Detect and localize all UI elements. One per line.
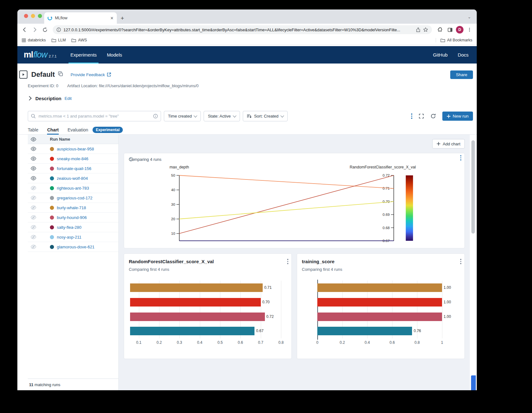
mlflow-favicon-icon [47, 15, 52, 21]
more-options-icon[interactable] [411, 113, 412, 119]
search-icon [31, 114, 36, 118]
visibility-off-icon[interactable] [28, 225, 50, 229]
site-info-icon[interactable] [57, 27, 61, 32]
bar-fortunate-quail-156 [130, 313, 265, 321]
run-name-link[interactable]: righteous-ant-783 [57, 186, 89, 191]
matching-runs-count: 11 [29, 382, 33, 387]
run-search-box[interactable] [28, 111, 161, 121]
chart-menu-icon[interactable] [460, 155, 462, 161]
state-label: State: Active [208, 114, 230, 118]
run-name-link[interactable]: glamorous-dove-621 [57, 245, 94, 249]
run-name-link[interactable]: fortunate-quail-156 [57, 166, 91, 171]
visibility-on-icon[interactable] [28, 166, 50, 171]
search-info-icon[interactable] [153, 114, 158, 118]
url-text: 127.0.0.1:5000/#/experiments/0?searchFil… [63, 27, 413, 32]
nav-docs[interactable]: Docs [454, 46, 472, 64]
expand-description-icon[interactable] [27, 96, 32, 100]
bar-sneaky-mole-846 [130, 298, 261, 307]
gridline [281, 281, 281, 338]
mlflow-logo[interactable]: ml flow 2.7.1 [24, 50, 57, 60]
run-name-link[interactable]: burly-whale-718 [57, 205, 86, 210]
bookmark-databricks[interactable]: databricks [22, 38, 46, 42]
time-created-dropdown[interactable]: Time created [164, 111, 201, 121]
side-panel-icon[interactable] [446, 26, 454, 34]
run-name-link[interactable]: burly-hound-906 [57, 215, 87, 220]
run-name-link[interactable]: zealous-wolf-804 [57, 176, 88, 181]
minimize-window-button[interactable] [31, 14, 35, 18]
url-bar[interactable]: 127.0.0.1:5000/#/experiments/0?searchFil… [53, 25, 432, 34]
reload-icon[interactable] [41, 26, 49, 34]
expand-sidebar-icon[interactable] [19, 70, 27, 79]
desktop-background: MLflow ✕ + ⌄ 127.0.0.1:5000/#/experiment… [0, 0, 532, 413]
refresh-icon[interactable] [430, 113, 436, 119]
nav-models[interactable]: Models [102, 46, 127, 64]
run-color-dot [50, 157, 54, 161]
toggle-all-visibility-icon[interactable] [28, 137, 50, 142]
x-tick-label: 0.8 [415, 340, 420, 345]
visibility-off-icon[interactable] [28, 235, 50, 239]
tab-evaluation[interactable]: Evaluation [68, 125, 88, 135]
axis-text: 0.71 [383, 186, 390, 190]
new-run-button[interactable]: New run [442, 112, 473, 121]
info-icon[interactable] [129, 157, 133, 161]
edit-description-link[interactable]: Edit [65, 96, 72, 101]
profile-avatar[interactable]: D [456, 26, 463, 33]
zoom-window-button[interactable] [38, 14, 42, 18]
bar-sneaky-mole-846 [317, 298, 442, 307]
visibility-off-icon[interactable] [28, 196, 50, 200]
visibility-on-icon[interactable] [28, 176, 50, 180]
run-row: righteous-ant-783 [28, 183, 118, 193]
bar-auspicious-bear-958 [317, 283, 442, 292]
add-chart-button[interactable]: Add chart [432, 139, 465, 149]
visibility-off-icon[interactable] [28, 205, 50, 210]
state-dropdown[interactable]: State: Active [204, 111, 240, 121]
sort-dropdown[interactable]: Sort: Created [243, 111, 288, 121]
nav-github[interactable]: GitHub [429, 46, 451, 64]
run-name-link[interactable]: salty-flea-280 [57, 225, 81, 230]
floating-button[interactable] [471, 375, 476, 390]
chart-menu-icon[interactable] [460, 259, 462, 264]
visibility-off-icon[interactable] [28, 186, 50, 190]
run-name-link[interactable]: sneaky-mole-846 [57, 156, 88, 161]
share-page-icon[interactable] [416, 27, 421, 32]
close-window-button[interactable] [24, 14, 28, 18]
scrollbar-thumb[interactable] [471, 140, 475, 234]
colorbar [406, 175, 413, 241]
bookmark-star-icon[interactable] [423, 27, 428, 32]
matching-runs-footer: 11 matching runs [28, 379, 118, 390]
browser-menu-icon[interactable] [465, 26, 474, 34]
chart-menu-icon[interactable] [287, 259, 289, 264]
tab-close-icon[interactable]: ✕ [110, 16, 114, 21]
provide-feedback-link[interactable]: Provide Feedback [71, 72, 111, 77]
visibility-off-icon[interactable] [28, 245, 50, 249]
new-tab-button[interactable]: + [121, 15, 124, 21]
back-icon[interactable] [21, 26, 29, 34]
new-run-label: New run [453, 114, 469, 118]
extensions-icon[interactable] [436, 26, 444, 34]
run-name-link[interactable]: auspicious-bear-958 [57, 147, 94, 151]
nav-experiments[interactable]: Experiments [65, 46, 102, 64]
chevron-down-icon [233, 114, 236, 117]
x-tick-label: 0.2 [157, 340, 162, 345]
browser-tab[interactable]: MLflow ✕ [44, 12, 117, 24]
copy-icon[interactable] [58, 71, 63, 78]
visibility-off-icon[interactable] [28, 215, 50, 220]
bookmark-LLM[interactable]: LLM [51, 38, 66, 42]
all-bookmarks-button[interactable]: All Bookmarks [436, 38, 472, 42]
run-row: auspicious-bear-958 [28, 144, 118, 154]
tab-table[interactable]: Table [28, 125, 38, 135]
x-tick-label: 0 [316, 340, 319, 345]
share-button[interactable]: Share [450, 70, 473, 79]
fullscreen-icon[interactable] [419, 113, 424, 119]
run-name-link[interactable]: nosy-asp-211 [57, 235, 81, 240]
visibility-on-icon[interactable] [28, 147, 50, 151]
search-input[interactable] [38, 113, 151, 119]
visibility-on-icon[interactable] [28, 156, 50, 161]
tab-search-chevron-icon[interactable]: ⌄ [468, 15, 471, 19]
axis-text: 50 [171, 173, 175, 177]
forward-icon[interactable] [31, 26, 39, 34]
experimental-badge: Experimental [93, 127, 123, 133]
bookmark-AWS[interactable]: AWS [71, 38, 87, 42]
tab-chart[interactable]: Chart [47, 125, 59, 135]
run-name-link[interactable]: gregarious-cod-172 [57, 196, 93, 200]
